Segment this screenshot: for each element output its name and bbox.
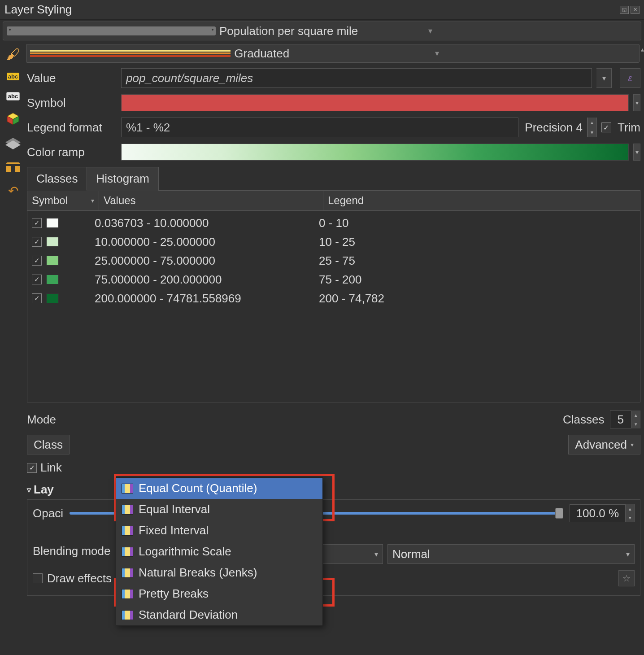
table-row[interactable]: ✓10.000000 - 25.00000010 - 25 xyxy=(27,232,640,251)
sidebar-masks-icon[interactable]: abc xyxy=(6,92,20,100)
close-icon[interactable]: ✕ xyxy=(631,6,640,14)
row-legend: 25 - 75 xyxy=(319,254,635,268)
row-legend: 75 - 200 xyxy=(319,273,635,287)
tab-histogram[interactable]: Histogram xyxy=(87,167,158,191)
value-label: Value xyxy=(27,71,117,85)
mode-option[interactable]: Fixed Interval xyxy=(116,520,322,541)
sidebar-diagrams-icon[interactable] xyxy=(5,137,21,151)
tab-classes[interactable]: Classes xyxy=(27,167,87,191)
row-swatch[interactable] xyxy=(46,275,59,284)
classification-icon xyxy=(122,568,133,578)
opacity-label: Opaci xyxy=(33,507,63,520)
row-checkbox[interactable]: ✓ xyxy=(32,237,42,247)
classification-icon xyxy=(122,589,133,599)
row-values: 200.000000 - 74781.558969 xyxy=(95,292,319,306)
row-legend: 200 - 74,782 xyxy=(319,292,635,306)
value-dropdown-button[interactable]: ▾ xyxy=(596,68,612,88)
disclosure-triangle-icon: ▿ xyxy=(27,485,31,495)
mode-option[interactable]: Standard Deviation xyxy=(116,604,322,625)
mode-dropdown-menu: Equal Count (Quantile)Equal IntervalFixe… xyxy=(116,477,323,626)
row-swatch[interactable] xyxy=(46,293,59,303)
draw-effects-checkbox[interactable] xyxy=(33,573,43,583)
color-ramp-label: Color ramp xyxy=(27,145,117,159)
classes-table: Symbol▾ Values Legend ✓0.036703 - 10.000… xyxy=(27,190,640,402)
col-header-values[interactable]: Values xyxy=(99,191,323,210)
chevron-down-icon: ▾ xyxy=(435,48,635,58)
classify-button[interactable]: Class xyxy=(27,435,70,454)
symbol-label: Symbol xyxy=(27,96,117,110)
mode-option[interactable]: Equal Count (Quantile) xyxy=(116,478,322,499)
table-row[interactable]: ✓25.000000 - 75.00000025 - 75 xyxy=(27,251,640,270)
layer-select[interactable]: Population per square mile ▾ xyxy=(3,22,641,40)
row-swatch[interactable] xyxy=(46,218,59,228)
sidebar-history-icon[interactable]: ↶ xyxy=(5,184,21,197)
symbol-preview[interactable] xyxy=(121,94,629,111)
mode-option[interactable]: Logarithmic Scale xyxy=(116,541,322,562)
value-expression-input[interactable]: pop_count/square_miles xyxy=(121,68,592,88)
row-checkbox[interactable]: ✓ xyxy=(32,218,42,228)
layer-select-value: Population per square mile xyxy=(219,24,428,38)
opacity-spin[interactable]: 100.0 % ▴▾ xyxy=(570,504,635,522)
classification-icon xyxy=(122,526,133,536)
legend-format-input[interactable]: %1 - %2 xyxy=(121,118,518,137)
effects-config-button[interactable]: ☆ xyxy=(618,570,635,586)
trim-label: Trim xyxy=(618,121,640,135)
classification-icon xyxy=(122,505,133,515)
panel-title: Layer Styling xyxy=(4,3,72,17)
advanced-button[interactable]: Advanced▾ xyxy=(568,435,640,454)
table-row[interactable]: ✓75.000000 - 200.00000075 - 200 xyxy=(27,270,640,289)
row-legend: 10 - 25 xyxy=(319,235,635,249)
classification-icon xyxy=(122,484,133,493)
col-header-symbol[interactable]: Symbol▾ xyxy=(27,191,99,210)
precision-spin[interactable]: ▴▾ xyxy=(587,118,597,137)
legend-format-label: Legend format xyxy=(27,121,117,135)
graduated-icon xyxy=(30,50,231,57)
trim-checkbox[interactable]: ✓ xyxy=(601,122,611,132)
color-ramp-dropdown-button[interactable]: ▾ xyxy=(633,144,640,161)
feature-blend-select[interactable]: Normal▾ xyxy=(387,544,635,564)
polygon-icon xyxy=(7,26,216,35)
row-legend: 0 - 10 xyxy=(319,216,635,230)
sidebar-structure-icon[interactable] xyxy=(6,162,20,172)
sidebar-labels-icon[interactable]: abc xyxy=(7,73,19,80)
renderer-value: Graduated xyxy=(234,47,435,61)
classes-label: Classes xyxy=(563,413,604,427)
row-swatch[interactable] xyxy=(46,256,59,266)
row-checkbox[interactable]: ✓ xyxy=(32,293,42,303)
col-header-legend[interactable]: Legend xyxy=(323,191,640,210)
link-checkbox[interactable]: ✓ xyxy=(27,463,37,473)
epsilon-icon: ε xyxy=(628,73,632,83)
table-row[interactable]: ✓200.000000 - 74781.558969200 - 74,782 xyxy=(27,289,640,308)
mode-option[interactable]: Natural Breaks (Jenks) xyxy=(116,562,322,583)
row-checkbox[interactable]: ✓ xyxy=(32,275,42,284)
row-swatch[interactable] xyxy=(46,237,59,247)
sidebar-symbology-icon[interactable]: 🖌 xyxy=(5,48,21,61)
mode-option[interactable]: Pretty Breaks xyxy=(116,583,322,604)
classes-spin[interactable]: 5 ▴▾ xyxy=(610,410,640,428)
row-checkbox[interactable]: ✓ xyxy=(32,256,42,266)
mode-option[interactable]: Equal Interval xyxy=(116,499,322,520)
color-ramp-preview[interactable] xyxy=(121,144,629,161)
detach-icon[interactable]: ◱ xyxy=(620,6,629,14)
classification-icon xyxy=(122,547,133,557)
precision-label: Precision 4 xyxy=(525,121,583,135)
row-values: 75.000000 - 200.000000 xyxy=(95,273,319,287)
row-values: 25.000000 - 75.000000 xyxy=(95,254,319,268)
row-values: 10.000000 - 25.000000 xyxy=(95,235,319,249)
table-row[interactable]: ✓0.036703 - 10.0000000 - 10 xyxy=(27,214,640,232)
mode-label: Mode xyxy=(27,413,63,427)
sidebar-3d-icon[interactable] xyxy=(5,112,21,126)
expression-builder-button[interactable]: ε xyxy=(620,68,640,88)
draw-effects-label: Draw effects xyxy=(47,572,112,585)
renderer-select[interactable]: Graduated ▾ xyxy=(26,44,640,63)
symbol-dropdown-button[interactable]: ▾ xyxy=(633,94,640,111)
chevron-down-icon: ▾ xyxy=(428,26,637,36)
link-label: Link xyxy=(40,461,62,475)
row-values: 0.036703 - 10.000000 xyxy=(95,216,319,230)
classification-icon xyxy=(122,610,133,620)
